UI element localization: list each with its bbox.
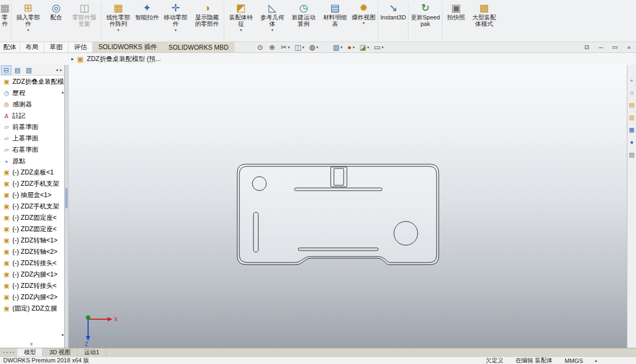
tree-item-top-plane[interactable]: ▱上基準面 — [0, 133, 64, 144]
ribbon-button-edit-component[interactable]: ▦ 零件 — [0, 2, 10, 28]
graphics-area[interactable]: X Z — [69, 65, 627, 348]
tab-3d-views[interactable]: 3D 视图 — [43, 348, 77, 356]
tree-item-sensors[interactable]: ◎感测器 — [0, 99, 64, 110]
tree-scroll-up-icon[interactable]: ▴ — [62, 90, 64, 95]
ribbon-button-linear-pattern[interactable]: ▦ 线性零部件阵列 ▾ — [103, 2, 134, 33]
view-settings-icon: ▭ — [374, 43, 380, 51]
display-style-button[interactable]: ◫ ▾ — [294, 43, 304, 51]
ribbon-button-large-assembly-mode[interactable]: ▩ 大型装配体模式 — [468, 2, 500, 28]
tree-item-component[interactable]: ▣(-) 抽屉盒<1> — [0, 190, 64, 201]
tree-item-origin[interactable]: +原點 — [0, 156, 64, 167]
tree-item-component[interactable]: ▣(-) ZDZ转接头< — [0, 258, 64, 269]
close-icon: × — [627, 44, 631, 51]
mini-icon[interactable]: ▪ — [6, 350, 8, 355]
view-orientation-button[interactable]: ▧ ▾ — [333, 43, 343, 51]
tree-item-right-plane[interactable]: ▱右基準面 — [0, 144, 64, 156]
units-selector[interactable]: MMGS — [565, 358, 583, 364]
tree-item-component[interactable]: ▣(-) ZDZ转轴<1> — [0, 235, 64, 246]
tab-sketch[interactable]: 草图 — [44, 42, 69, 52]
ribbon-button-assembly-features[interactable]: ◩ 装配体特征 ▾ — [225, 2, 257, 33]
tree-item-component[interactable]: ▣(-) ZDZ转轴<2> — [0, 246, 64, 258]
units-caret-icon[interactable]: ▴ — [595, 358, 597, 363]
tree-item-history[interactable]: ◷歷程 — [0, 87, 64, 99]
breadcrumb-expander[interactable]: ▸ — [71, 56, 74, 62]
tree-item-component[interactable]: ▣(-) ZDZ转接头< — [0, 280, 64, 292]
ribbon-button-insert-component[interactable]: ⊞ 插入零部件 ▾ — [12, 2, 44, 33]
tree-root[interactable]: ▣ ZDZ折叠桌装配模型 — [0, 76, 64, 87]
ribbon-button-take-snapshot[interactable]: ▣ 拍快照 — [444, 2, 468, 21]
close-button[interactable]: × — [622, 42, 636, 52]
featuremanager-tree-tab[interactable]: ⊟ — [1, 65, 11, 75]
ribbon-button-label: 智能扣件 — [135, 14, 159, 21]
tree-item-component[interactable]: ▣(-) ZDZ内腿<2> — [0, 292, 64, 303]
tree-item-component[interactable]: ▣(-) ZDZ固定座< — [0, 224, 64, 235]
task-pane-collapse-icon[interactable]: « — [630, 78, 633, 83]
tab-model[interactable]: 模型 — [17, 348, 43, 356]
appearances-icon[interactable]: ● — [630, 139, 634, 145]
display-style-icon: ◫ — [294, 43, 301, 51]
hide-show-items-button[interactable]: ◍ ▾ — [309, 43, 318, 51]
ribbon-button-label: 显示隐藏的零部件 — [192, 14, 222, 28]
configurationmanager-tab[interactable]: ▧ — [24, 65, 34, 75]
design-library-icon[interactable]: ▤ — [629, 102, 634, 108]
dock-button[interactable]: ⊡ — [580, 42, 594, 52]
ribbon-button-show-hidden-components[interactable]: ◑ 显示隐藏的零部件 — [191, 2, 223, 28]
mini-icon[interactable]: ▪ — [13, 350, 15, 355]
ribbon-button-mate[interactable]: ◎ 配合 — [44, 2, 69, 21]
propertymanager-tab[interactable]: ▤ — [12, 65, 23, 75]
ribbon-button-smart-fasteners[interactable]: ✦ 智能扣件 — [134, 2, 160, 21]
part-outline[interactable] — [237, 164, 439, 265]
tree-scroll-down-icon[interactable]: ▾ — [62, 333, 64, 338]
component-icon: ▣ — [3, 203, 10, 210]
tab-bar-mini-icons: ▪ ▪ ▪ ▪ — [0, 348, 17, 356]
panel-splitter[interactable] — [65, 65, 69, 348]
tree-item-component-fixed[interactable]: ▣(固定) ZDZ立腿 — [0, 303, 64, 314]
ribbon-button-component-preview[interactable]: ◫ 零部件预览窗 — [69, 2, 100, 28]
tree-item-front-plane[interactable]: ▱前基準面 — [0, 122, 64, 133]
tree-item-component[interactable]: ▣(-) ZDZ固定座< — [0, 212, 64, 224]
zoom-fit-button[interactable]: ⊙ — [257, 43, 264, 51]
zoom-area-button[interactable]: ⊕ — [269, 43, 276, 51]
view-palette-icon[interactable]: ▦ — [629, 126, 634, 133]
tab-solidworks-addins[interactable]: SOLIDWORKS 插件 — [93, 42, 163, 52]
tree-item-component[interactable]: ▣(-) ZDZ内腿<1> — [0, 269, 64, 280]
file-explorer-icon[interactable]: ▥ — [629, 114, 634, 120]
scroll-left-icon[interactable]: ◂ — [56, 68, 58, 72]
resources-icon[interactable]: ⌂ — [630, 89, 634, 96]
restore-button[interactable]: ▭ — [608, 42, 622, 52]
tab-evaluate[interactable]: 评估 — [69, 42, 93, 52]
ribbon-button-bill-of-materials[interactable]: ▤ 材料明细表 — [319, 2, 351, 28]
tree-item-annotations[interactable]: A註記 — [0, 110, 64, 122]
panel-expand-chevron[interactable]: » — [0, 340, 64, 348]
custom-properties-icon[interactable]: ▨ — [629, 151, 634, 158]
view-settings-button[interactable]: ▭ ▾ — [374, 43, 384, 51]
section-view-button[interactable]: ✂ ▾ — [281, 43, 290, 51]
apply-scene-button[interactable]: ◪ ▾ — [359, 43, 369, 51]
mini-icon[interactable]: ▪ — [10, 350, 11, 355]
minimize-button[interactable]: ─ — [594, 42, 608, 52]
tree-item-component[interactable]: ▣(-) ZDZ手机支架 — [0, 178, 64, 190]
tab-motion-study-1[interactable]: 运动1 — [78, 348, 106, 356]
tab-solidworks-mbd[interactable]: SOLIDWORKS MBD — [163, 42, 235, 52]
part-drawing[interactable] — [237, 164, 439, 265]
ribbon-button-reference-geometry[interactable]: ◺ 参考几何体 ▾ — [257, 2, 288, 33]
ribbon-button-update-speedpak[interactable]: ↻ 更新Speedpak — [410, 2, 441, 28]
tab-layout[interactable]: 布局 — [20, 42, 44, 52]
document-breadcrumb-row: ▸ ▣ ZDZ折叠桌装配模型 (預... — [0, 53, 636, 65]
ribbon-button-new-motion-study[interactable]: ◷ 新建运动算例 — [288, 2, 319, 28]
move-component-icon: ✛ — [171, 2, 180, 14]
ribbon-button-move-component[interactable]: ✛ 移动零部件 ▾ — [160, 2, 191, 33]
mini-icon[interactable]: ▪ — [3, 350, 5, 355]
dropdown-arrow-icon: ▾ — [240, 28, 242, 32]
main-area: ⊟ ▤ ▧ ◂ ▸ ▣ ZDZ折叠桌装配模型 ◷歷程 ◎感测器 A註記 ▱前基準… — [0, 65, 636, 348]
scroll-right-icon[interactable]: ▸ — [60, 68, 62, 72]
ribbon-button-instant3d[interactable]: ↘ Instant3D — [379, 2, 407, 21]
tree-item-component[interactable]: ▣(-) ZDZ桌板<1 — [0, 167, 64, 178]
history-icon: ◷ — [3, 90, 10, 97]
app-version-text: DWORKS Premium 2018 x64 版 — [3, 356, 89, 364]
task-pane-strip: « ⌂ ▤ ▥ ▦ ● ▨ — [627, 65, 636, 348]
tree-item-component[interactable]: ▣(-) ZDZ手机支架 — [0, 201, 64, 212]
edit-appearance-button[interactable]: ● ▾ — [347, 43, 354, 51]
tab-assembly[interactable]: 配体 — [0, 42, 20, 52]
ribbon-button-exploded-view[interactable]: ✹ 爆炸视图 ▾ — [351, 2, 377, 26]
